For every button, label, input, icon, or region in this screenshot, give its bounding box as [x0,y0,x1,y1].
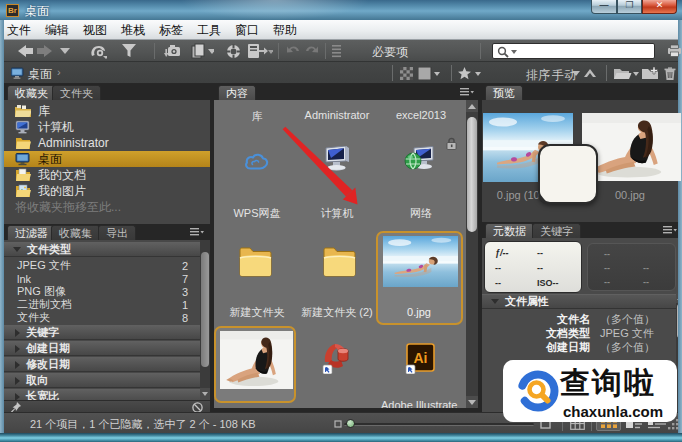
smaller-thumbnails-icon[interactable] [334,420,342,428]
rating-filter-button[interactable] [458,62,482,84]
sort-dropdown-caret-icon[interactable] [572,62,580,84]
filter-section-date-created[interactable]: 创建日期 [4,341,200,356]
metadata-panel-menu-icon[interactable] [663,226,677,235]
tab-favorites[interactable]: 收藏夹 [7,85,56,100]
favorites-item-computer[interactable]: 计算机 [4,119,210,135]
output-icon[interactable] [667,44,682,57]
path-bar: 桌面 › 排序 手动 [4,62,678,84]
content-scrollbar[interactable] [466,100,478,408]
content-item-network-label[interactable]: 网络 [386,206,456,221]
thumbnail-size-slider[interactable] [344,423,534,426]
content-item-wps-label[interactable]: WPS网盘 [222,206,292,221]
filter-section-date-modified[interactable]: 修改日期 [4,357,200,372]
favorites-item-desktop[interactable]: 桌面 [4,151,210,167]
favorites-item-library[interactable]: 库 [4,103,210,119]
content-item-0jpg-label[interactable]: 0.jpg [389,306,449,318]
back-button[interactable] [18,40,34,62]
filter-section-keywords[interactable]: 关键字 [4,325,200,340]
tab-collections[interactable]: 收藏集 [51,225,100,240]
metadata-placard: ƒ/-- -- -- -- -- ISO-- [484,241,582,293]
menu-window[interactable]: 窗口 [228,20,266,40]
content-item-new-folder[interactable] [238,242,273,280]
favorites-drop-hint: 将收藏夹拖移至此... [4,199,210,215]
filter-scrollbar[interactable] [200,240,210,400]
window-border-bottom [0,433,682,442]
user-folder-icon [15,136,31,150]
tab-folders[interactable]: 文件夹 [52,85,101,100]
scroll-down-icon[interactable] [466,396,478,408]
refine-button[interactable] [226,40,241,62]
open-folder-button[interactable] [614,62,640,84]
content-item-network[interactable] [404,146,437,173]
new-folder-button[interactable] [642,62,659,84]
filter-section-aspect-ratio[interactable]: 长宽比 [4,389,200,400]
chaxunla-logo-icon [517,370,559,412]
favorites-item-documents[interactable]: 我的文档 [4,167,210,183]
content-item-administrator-label[interactable]: Administrator [302,109,372,121]
content-item-00jpg-selected[interactable] [214,326,296,403]
tab-export[interactable]: 导出 [98,225,136,240]
toolbar: 必要项 [4,40,678,62]
search-input[interactable] [492,43,655,59]
content-scroll-thumb[interactable] [467,117,477,232]
sort-ascending-button[interactable] [584,62,596,84]
favorites-item-administrator[interactable]: Administrator [4,135,210,151]
loupe-magnifier[interactable] [538,144,598,204]
metadata-section-file-properties[interactable]: 文件属性 [482,294,676,309]
tab-content[interactable]: 内容 [218,85,256,100]
forward-button[interactable] [36,40,52,62]
metadata-row-datecreated: 创建日期 （多个值） [482,340,676,354]
content-item-access-shortcut[interactable] [322,342,352,374]
more-options-icon[interactable] [332,40,342,62]
duplicate-button[interactable] [190,40,214,62]
maximize-button[interactable]: ❐ [617,0,642,14]
content-item-library-label[interactable]: 库 [222,109,292,124]
scroll-up-icon[interactable] [466,100,478,112]
delete-trash-button[interactable] [664,62,676,84]
content-item-new-folder-label[interactable]: 新建文件夹 [222,305,292,320]
shutter-value: -- [537,248,543,258]
tab-filter[interactable]: 过滤器 [7,225,56,240]
menu-stack[interactable]: 堆栈 [114,20,152,40]
redo-button[interactable] [305,40,319,62]
close-button[interactable]: ✕ [642,0,677,14]
tab-metadata[interactable]: 元数据 [485,223,534,238]
menu-edit[interactable]: 编辑 [38,20,76,40]
import-from-camera-button[interactable] [164,40,181,62]
menu-label[interactable]: 标签 [152,20,190,40]
content-item-computer-label[interactable]: 计算机 [302,206,372,221]
favorites-item-pictures[interactable]: 我的图片 [4,183,210,199]
workspace-essentials-label[interactable]: 必要项 [372,44,408,61]
filter-funnel-button[interactable] [122,40,136,62]
content-item-wps-cloud[interactable] [243,151,271,172]
thumbnail-size-slider-thumb[interactable] [346,419,355,428]
content-item-computer[interactable] [322,146,352,173]
content-item-new-folder-2[interactable] [322,242,357,280]
breadcrumb-location[interactable]: 桌面 [28,66,52,83]
content-item-excel2013-label[interactable]: excel2013 [386,109,456,121]
menu-tools[interactable]: 工具 [190,20,228,40]
content-panel-menu-icon[interactable] [460,88,474,97]
filter-item-folder[interactable]: 文件夹 8 [4,311,200,324]
filter-panel-menu-icon[interactable] [190,228,204,237]
boomerang-button[interactable] [89,40,107,62]
tab-keywords[interactable]: 关键字 [532,223,581,238]
menu-file[interactable]: 文件 [4,20,38,40]
filter-panel: 过滤器 收藏集 导出 文件类型 JPEG 文件 2 lnk 7 [4,224,210,412]
pictures-folder-icon [15,184,31,198]
undo-button[interactable] [286,40,300,62]
open-in-camera-raw-button[interactable] [247,40,273,62]
filter-section-filetype[interactable]: 文件类型 [4,242,200,257]
content-item-illustrator-shortcut[interactable]: Ai [405,342,435,374]
content-item-new-folder-2-label[interactable]: 新建文件夹 (2) [297,305,377,320]
thumbnail-quality-icon[interactable] [400,62,413,84]
minimize-button[interactable]: — [591,0,617,14]
tab-preview[interactable]: 预览 [485,85,523,100]
filter-section-orientation[interactable]: 取向 [4,373,200,388]
filter-item-jpeg[interactable]: JPEG 文件 2 [4,259,200,272]
preview-quality-button[interactable] [418,62,440,84]
content-item-illustrator-label[interactable]: Adobe Illustrate [381,399,451,408]
menu-help[interactable]: 帮助 [266,20,304,40]
menu-view[interactable]: 视图 [76,20,114,40]
recent-dropdown[interactable] [60,40,70,62]
